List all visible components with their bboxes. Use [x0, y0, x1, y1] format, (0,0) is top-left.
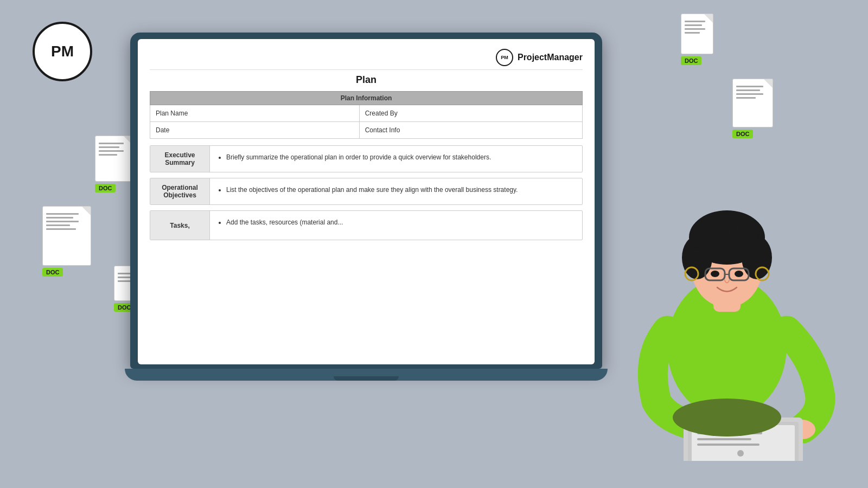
svg-rect-28 [697, 444, 760, 446]
doc-line [46, 228, 76, 230]
doc-line [685, 21, 705, 22]
table-row: Date Contact Info [150, 122, 583, 139]
operational-objectives-section: Operational Objectives List the objectiv… [150, 178, 583, 205]
person-illustration [613, 163, 841, 461]
executive-summary-bullet: Briefly summarize the operational plan i… [226, 152, 575, 162]
svg-rect-27 [697, 438, 751, 440]
operational-objectives-bullet: List the objectives of the operational p… [226, 185, 575, 195]
doc-badge: DOC [95, 184, 116, 192]
doc-badge: DOC [42, 268, 63, 277]
laptop-screen-inner: PM ProjectManager Plan Plan Information [138, 39, 595, 364]
doc-line [99, 154, 117, 156]
svg-point-13 [688, 247, 703, 262]
doc-line [736, 97, 756, 99]
operational-objectives-label: Operational Objectives [150, 178, 210, 204]
doc-line [46, 221, 79, 222]
tasks-label: Tasks, [150, 211, 210, 240]
doc-paper [42, 206, 91, 266]
doc-line [736, 89, 760, 91]
doc-line [99, 150, 124, 152]
doc-line [685, 28, 705, 30]
doc-header: PM ProjectManager [150, 49, 583, 70]
doc-lines [736, 86, 769, 99]
document-content: PM ProjectManager Plan Plan Information [138, 39, 595, 255]
date-label: Date [150, 122, 360, 139]
person-svg [613, 163, 841, 461]
doc-lines [99, 143, 129, 156]
svg-point-8 [706, 226, 721, 241]
doc-line [46, 217, 73, 219]
executive-summary-content: Briefly summarize the operational plan i… [210, 146, 582, 172]
tasks-bullet: Add the tasks, resources (material and..… [226, 217, 575, 227]
brand-icon-text: PM [501, 55, 508, 60]
logo-text: PM [51, 43, 74, 60]
tasks-section: Tasks, Add the tasks, resources (materia… [150, 210, 583, 240]
doc-line [99, 143, 124, 144]
pm-brand: PM ProjectManager [496, 49, 583, 66]
svg-point-12 [751, 246, 766, 261]
doc-float-top-right: DOC [681, 14, 713, 65]
doc-badge: DOC [681, 56, 701, 65]
doc-badge: DOC [732, 130, 753, 138]
created-by-label: Created By [359, 105, 582, 122]
laptop-base [125, 369, 608, 381]
doc-paper [681, 14, 713, 54]
doc-line [736, 93, 763, 95]
doc-line [685, 24, 702, 26]
doc-line [46, 213, 79, 215]
doc-paper [732, 79, 773, 127]
doc-paper [95, 136, 133, 182]
plan-table-header: Plan Information [150, 92, 583, 105]
document-title: Plan [150, 74, 583, 86]
pm-logo: PM [33, 22, 92, 81]
doc-line [685, 32, 700, 34]
plan-name-label: Plan Name [150, 105, 360, 122]
tasks-content: Add the tasks, resources (material and..… [210, 211, 582, 240]
doc-float-left-2: DOC [42, 206, 91, 277]
operational-objectives-content: List the objectives of the operational p… [210, 178, 582, 204]
svg-point-30 [737, 450, 744, 457]
svg-point-17 [711, 271, 719, 277]
doc-line [46, 224, 70, 226]
plan-table: Plan Information Plan Name Created By Da… [150, 91, 583, 139]
svg-point-18 [735, 271, 743, 277]
doc-float-left-1: DOC [95, 136, 133, 192]
contact-info-label: Contact Info [359, 122, 582, 139]
brand-name: ProjectManager [518, 53, 583, 62]
svg-point-9 [719, 221, 735, 237]
doc-lines [685, 21, 710, 34]
pm-brand-icon: PM [496, 49, 513, 66]
doc-lines [46, 213, 87, 230]
executive-summary-section: Executive Summary Briefly summarize the … [150, 145, 583, 172]
laptop-wrapper: PM ProjectManager Plan Plan Information [130, 33, 602, 396]
doc-line [736, 86, 763, 87]
laptop-screen-outer: PM ProjectManager Plan Plan Information [130, 33, 602, 369]
doc-float-right-mid: DOC [732, 79, 773, 138]
svg-point-31 [673, 399, 781, 436]
table-row: Plan Name Created By [150, 105, 583, 122]
executive-summary-label: Executive Summary [150, 146, 210, 172]
doc-line [99, 146, 119, 148]
